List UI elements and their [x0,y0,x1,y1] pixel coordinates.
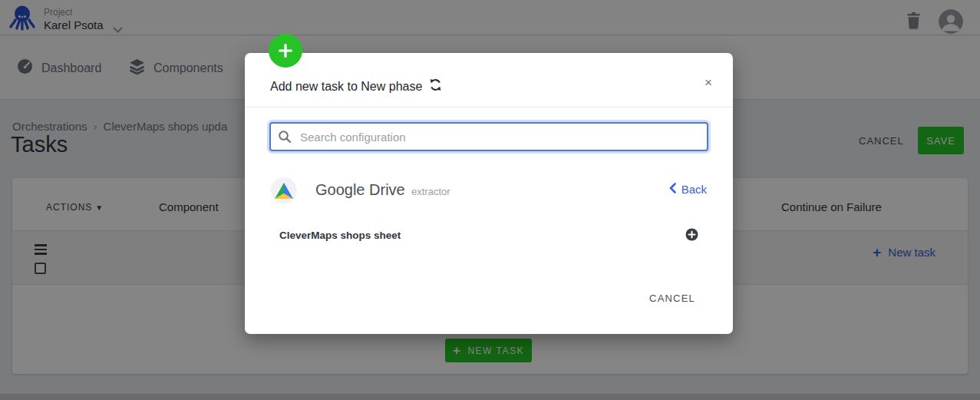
chevron-left-icon [669,183,676,196]
search-box [269,122,708,151]
component-header-row: Google Drive extractor Back [271,177,707,203]
modal-cancel-button[interactable]: CANCEL [649,293,695,304]
component-type-label: extractor [411,186,450,197]
app-root: Project Karel Psota [0,0,980,400]
add-fab-button[interactable] [269,34,302,68]
back-link[interactable]: Back [669,183,707,196]
component-name: Google Drive [315,181,405,199]
search-input[interactable] [269,122,708,151]
close-icon[interactable]: × [704,76,712,89]
configuration-row[interactable]: CleverMaps shops sheet [279,228,707,243]
google-drive-icon [271,177,297,203]
configuration-name: CleverMaps shops sheet [279,230,401,241]
modal-title: Add new task to New phase [270,78,442,94]
modal-divider [245,107,733,107]
add-task-modal: Add new task to New phase × [245,53,733,334]
refresh-icon[interactable] [429,78,442,94]
add-configuration-icon[interactable] [685,228,698,244]
